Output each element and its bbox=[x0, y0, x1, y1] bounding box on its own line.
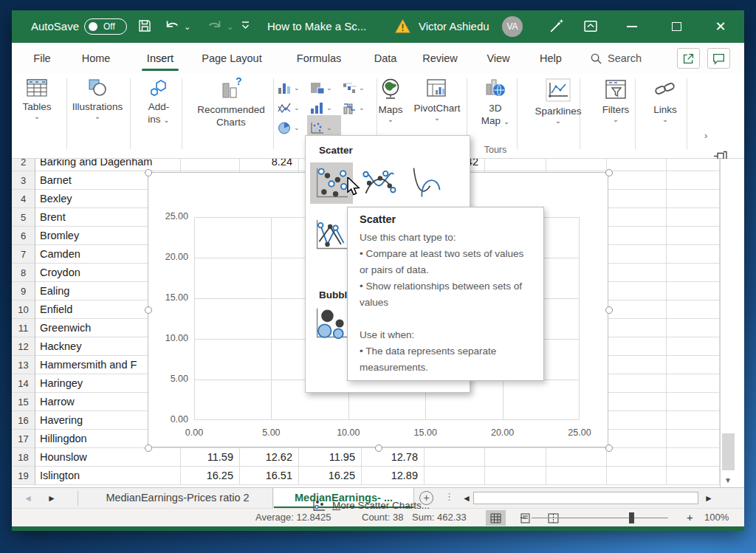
tab-help[interactable]: Help bbox=[533, 43, 568, 74]
pivotchart-button[interactable]: PivotChart ⌄ bbox=[408, 78, 467, 122]
cell-borough-name[interactable]: Islington bbox=[35, 467, 181, 485]
cell[interactable] bbox=[667, 227, 720, 245]
cell[interactable] bbox=[425, 467, 485, 485]
row-header-2[interactable]: 2 bbox=[12, 159, 35, 171]
cell[interactable] bbox=[607, 300, 667, 319]
cell[interactable]: 8.24 bbox=[240, 159, 299, 171]
more-scatter-charts-item[interactable]: More Scatter Charts... bbox=[312, 498, 430, 512]
cell[interactable] bbox=[667, 190, 720, 208]
scatter-smooth-thumbnail[interactable] bbox=[405, 162, 447, 204]
row-header-17[interactable]: 17 bbox=[12, 430, 35, 448]
chart-selection-handle[interactable] bbox=[145, 444, 152, 452]
cell[interactable]: 12.62 bbox=[240, 448, 299, 467]
hscroll-left-icon[interactable]: ◄ bbox=[462, 493, 471, 504]
row-header-14[interactable]: 14 bbox=[12, 374, 35, 393]
tab-home[interactable]: Home bbox=[74, 43, 118, 74]
vertical-scrollbar-thumb[interactable] bbox=[722, 433, 735, 470]
3d-map-button[interactable]: 3D Map ⌄ bbox=[474, 77, 517, 127]
cell[interactable] bbox=[667, 374, 720, 393]
row-header-10[interactable]: 10 bbox=[12, 300, 35, 319]
row-header-3[interactable]: 3 bbox=[12, 171, 35, 190]
filters-button[interactable]: Filters ⌄ bbox=[594, 78, 638, 123]
row-header-6[interactable]: 6 bbox=[12, 227, 35, 245]
chart-selection-handle[interactable] bbox=[605, 444, 613, 452]
tables-button[interactable]: Tables ⌄ bbox=[16, 78, 58, 120]
chart-selection-handle[interactable] bbox=[145, 306, 152, 314]
hscroll-right-icon[interactable]: ► bbox=[704, 493, 713, 504]
undo-chevron-icon[interactable]: ⌄ bbox=[184, 22, 190, 32]
user-name[interactable]: Victor Ashiedu bbox=[419, 19, 489, 34]
redo-icon[interactable] bbox=[207, 18, 223, 36]
cell[interactable] bbox=[181, 159, 240, 171]
cell[interactable] bbox=[607, 374, 667, 393]
cell[interactable] bbox=[667, 411, 720, 430]
wand-icon[interactable] bbox=[549, 18, 564, 37]
tab-data[interactable]: Data bbox=[368, 43, 403, 74]
cell[interactable] bbox=[667, 264, 720, 282]
insert-pie-chart-button[interactable]: ⌄ bbox=[278, 118, 307, 137]
row-header-8[interactable]: 8 bbox=[12, 264, 35, 282]
cell[interactable] bbox=[667, 282, 720, 300]
row-header-15[interactable]: 15 bbox=[12, 393, 35, 411]
cell[interactable] bbox=[607, 264, 667, 282]
cell[interactable] bbox=[607, 393, 667, 411]
insert-hierarchy-chart-button[interactable]: ⌄ bbox=[310, 78, 340, 97]
save-icon[interactable] bbox=[137, 18, 152, 36]
row-header-18[interactable]: 18 bbox=[12, 448, 35, 467]
cell-borough-name[interactable]: Barking and Dagenham bbox=[35, 159, 181, 171]
undo-icon[interactable] bbox=[164, 18, 180, 36]
cell[interactable] bbox=[546, 467, 607, 485]
cell[interactable] bbox=[667, 171, 720, 190]
cell[interactable] bbox=[667, 245, 720, 264]
chart-selection-handle[interactable] bbox=[605, 306, 613, 314]
cell[interactable] bbox=[607, 411, 667, 430]
share-button[interactable] bbox=[677, 48, 700, 69]
ribbon-display-options-icon[interactable] bbox=[583, 19, 598, 36]
tab-review[interactable]: Review bbox=[416, 43, 464, 74]
cell[interactable] bbox=[667, 393, 720, 411]
sheet-nav-right-icon[interactable]: ► bbox=[47, 493, 56, 504]
row-header-19[interactable]: 19 bbox=[12, 467, 35, 485]
cell[interactable] bbox=[607, 282, 667, 300]
tab-page-layout[interactable]: Page Layout bbox=[193, 43, 270, 74]
cell[interactable] bbox=[667, 337, 720, 356]
quick-access-toolbar-icon[interactable] bbox=[241, 20, 250, 33]
cell[interactable] bbox=[667, 356, 720, 374]
horizontal-scrollbar[interactable] bbox=[473, 492, 698, 504]
avatar[interactable]: VA bbox=[502, 16, 523, 37]
row-header-16[interactable]: 16 bbox=[12, 411, 35, 430]
chart-selection-handle[interactable] bbox=[145, 169, 152, 176]
cell[interactable] bbox=[546, 159, 607, 171]
cell[interactable] bbox=[485, 448, 546, 467]
insert-waterfall-chart-button[interactable]: ⌄ bbox=[343, 78, 372, 97]
row-header-7[interactable]: 7 bbox=[12, 245, 35, 264]
cell[interactable] bbox=[485, 159, 546, 171]
cell[interactable]: 11.95 bbox=[299, 448, 362, 467]
close-button[interactable]: ✕ bbox=[713, 19, 728, 34]
cell[interactable] bbox=[667, 319, 720, 337]
chart-selection-handle[interactable] bbox=[605, 169, 613, 176]
zoom-out-button[interactable]: − bbox=[520, 511, 526, 523]
row-header-9[interactable]: 9 bbox=[12, 282, 35, 300]
cell[interactable] bbox=[607, 190, 667, 208]
cell[interactable] bbox=[607, 337, 667, 356]
autosave-toggle[interactable]: Off bbox=[84, 18, 127, 35]
tab-options-dots-icon[interactable]: ⋮ bbox=[444, 491, 454, 502]
zoom-slider-thumb[interactable] bbox=[629, 512, 634, 523]
insert-combo-chart-button[interactable]: ⌄ bbox=[343, 98, 372, 117]
row-header-4[interactable]: 4 bbox=[12, 190, 35, 208]
minimize-button[interactable] bbox=[625, 19, 639, 34]
vertical-scrollbar[interactable]: ▼ bbox=[720, 159, 736, 487]
cell[interactable] bbox=[607, 227, 667, 245]
add-ins-button[interactable]: Add- ins ⌄ bbox=[138, 78, 179, 126]
cell[interactable] bbox=[667, 467, 720, 485]
illustrations-button[interactable]: Illustrations ⌄ bbox=[69, 78, 126, 120]
zoom-level[interactable]: 100% bbox=[704, 512, 729, 523]
scatter-smooth-markers-thumbnail[interactable] bbox=[357, 162, 400, 204]
cell[interactable] bbox=[607, 159, 667, 171]
maps-button[interactable]: Maps ⌄ bbox=[371, 78, 410, 123]
row-header-12[interactable]: 12 bbox=[12, 337, 35, 356]
ribbon-scroll-right-icon[interactable]: › bbox=[704, 130, 707, 141]
cell[interactable] bbox=[667, 430, 720, 448]
scroll-down-icon[interactable]: ▼ bbox=[724, 476, 732, 484]
